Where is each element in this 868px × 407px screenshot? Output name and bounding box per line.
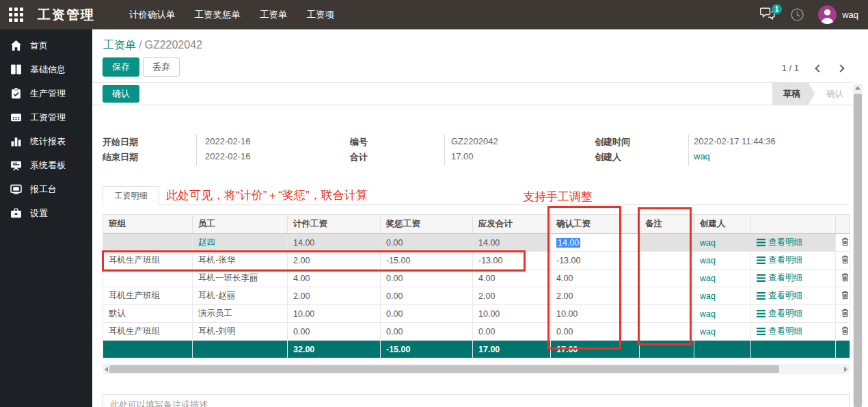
cell-remark[interactable]	[640, 270, 694, 287]
sidebar-item-dashboard[interactable]: 系统看板	[0, 153, 92, 177]
col-reward-wage[interactable]: 奖惩工资	[381, 215, 473, 234]
col-remark[interactable]: 备注	[640, 215, 694, 234]
col-employee[interactable]: 员工	[193, 215, 288, 234]
cell-piece[interactable]: 10.00	[288, 305, 381, 323]
vertical-scrollbar-thumb[interactable]	[854, 94, 862, 407]
discard-button[interactable]: 丢弃	[143, 57, 180, 77]
cell-reward[interactable]: -15.00	[381, 252, 473, 270]
cell-piece[interactable]: 0.00	[288, 323, 381, 341]
sidebar-item-salary[interactable]: 工资管理	[0, 105, 92, 129]
cell-confirmed[interactable]: 10.00	[551, 305, 640, 323]
activity-clock-icon[interactable]	[790, 8, 804, 22]
cell-employee[interactable]: 耳机-刘明	[193, 323, 288, 341]
col-creator[interactable]: 创建人	[694, 215, 751, 234]
cell-reward[interactable]: 0.00	[381, 270, 473, 287]
cell-reward[interactable]: 0.00	[381, 323, 473, 341]
cell-creator[interactable]: waq	[694, 234, 751, 252]
menu-reward-punishment[interactable]: 工资奖惩单	[195, 9, 241, 21]
cell-piece[interactable]: 2.00	[288, 287, 381, 305]
view-detail-link[interactable]: 查看明细	[751, 305, 836, 323]
delete-row-button[interactable]	[836, 234, 850, 252]
cell-team[interactable]	[103, 234, 193, 252]
vertical-scrollbar[interactable]	[853, 84, 863, 407]
chevron-left-icon[interactable]	[815, 64, 822, 72]
cell-piece[interactable]: 14.00	[288, 234, 381, 252]
cell-team[interactable]: 默认	[103, 305, 193, 323]
apps-grid-icon[interactable]	[9, 8, 23, 22]
view-detail-link[interactable]: 查看明细	[751, 323, 836, 341]
chevron-right-icon[interactable]	[837, 64, 844, 72]
cell-remark[interactable]	[640, 234, 694, 252]
cell-confirmed[interactable]: 4.00	[551, 270, 640, 287]
messages-button[interactable]: 1	[760, 8, 776, 23]
delete-row-button[interactable]	[836, 323, 850, 341]
cell-employee[interactable]: 耳机-张华	[193, 252, 288, 270]
view-detail-link[interactable]: 查看明细	[751, 252, 836, 270]
user-avatar[interactable]	[818, 5, 837, 24]
menu-salary-slip[interactable]: 工资单	[260, 9, 288, 21]
scroll-up-arrow-icon[interactable]	[855, 86, 860, 90]
scroll-right-arrow-icon[interactable]	[844, 367, 847, 372]
cell-gross[interactable]: 0.00	[473, 323, 551, 341]
delete-row-button[interactable]	[836, 252, 850, 270]
col-gross-total[interactable]: 应发合计	[473, 215, 551, 234]
cell-gross[interactable]: -13.00	[473, 252, 551, 270]
cell-confirmed[interactable]: 2.00	[551, 287, 640, 305]
horizontal-scrollbar[interactable]	[103, 364, 850, 374]
notes-textarea[interactable]	[109, 397, 843, 407]
cell-gross[interactable]: 10.00	[473, 305, 551, 323]
cell-employee-link[interactable]: 赵四	[193, 234, 288, 252]
sidebar-item-work-terminal[interactable]: 报工台	[0, 177, 92, 201]
delete-row-button[interactable]	[836, 270, 850, 287]
menu-salary-item[interactable]: 工资项	[307, 9, 335, 21]
pager-value[interactable]: 1 / 1	[782, 63, 799, 73]
cell-gross[interactable]: 2.00	[473, 287, 551, 305]
cell-creator[interactable]: waq	[694, 287, 751, 305]
cell-confirmed[interactable]: 0.00	[551, 323, 640, 341]
start-date-field[interactable]: 2022-02-16	[205, 136, 251, 146]
cell-creator[interactable]: waq	[694, 270, 751, 287]
menu-pricing-confirmation[interactable]: 计价确认单	[129, 9, 176, 21]
col-confirmed-wage[interactable]: 确认工资	[551, 215, 640, 234]
view-detail-link[interactable]: 查看明细	[751, 234, 836, 252]
breadcrumb-parent-link[interactable]: 工资单	[103, 39, 136, 51]
delete-row-button[interactable]	[836, 287, 850, 305]
cell-employee[interactable]: 耳机-赵丽	[193, 287, 288, 305]
cell-reward[interactable]: 0.00	[381, 287, 473, 305]
confirm-button[interactable]: 确认	[103, 85, 139, 103]
view-detail-link[interactable]: 查看明细	[751, 287, 836, 305]
creator-link[interactable]: waq	[694, 151, 710, 161]
cell-reward[interactable]: 0.00	[381, 234, 473, 252]
cell-piece[interactable]: 4.00	[288, 270, 381, 287]
cell-reward[interactable]: 0.00	[381, 305, 473, 323]
cell-creator[interactable]: waq	[694, 252, 751, 270]
view-detail-link[interactable]: 查看明细	[751, 270, 836, 287]
cell-employee[interactable]: 演示员工	[193, 305, 288, 323]
app-title[interactable]: 工资管理	[38, 6, 95, 24]
cell-team[interactable]: 耳机生产班组	[103, 252, 193, 270]
col-piece-wage[interactable]: 计件工资	[288, 215, 381, 234]
cell-employee[interactable]: 耳机一班长李丽	[193, 270, 288, 287]
sidebar-item-production[interactable]: 生产管理	[0, 81, 92, 105]
cell-confirmed[interactable]: -13.00	[551, 252, 640, 270]
sidebar-item-settings[interactable]: 设置	[0, 201, 92, 225]
stage-confirmed[interactable]: 确认	[826, 88, 843, 100]
delete-row-button[interactable]	[836, 305, 850, 323]
sidebar-item-stats[interactable]: 统计报表	[0, 129, 92, 153]
horizontal-scrollbar-thumb[interactable]	[109, 365, 779, 373]
cell-team[interactable]: 耳机生产班组	[103, 323, 193, 341]
scroll-left-arrow-icon[interactable]	[105, 367, 108, 372]
cell-gross[interactable]: 4.00	[473, 270, 551, 287]
cell-team[interactable]	[103, 270, 193, 287]
cell-gross[interactable]: 14.00	[473, 234, 551, 252]
cell-remark[interactable]	[640, 287, 694, 305]
cell-remark[interactable]	[640, 252, 694, 270]
save-button[interactable]: 保存	[103, 57, 139, 77]
cell-remark[interactable]	[640, 323, 694, 341]
cell-team[interactable]: 耳机生产班组	[103, 287, 193, 305]
sidebar-item-home[interactable]: 首页	[0, 34, 92, 57]
end-date-field[interactable]: 2022-02-16	[205, 151, 251, 161]
tab-salary-detail[interactable]: 工资明细	[103, 186, 159, 205]
cell-creator[interactable]: waq	[694, 305, 751, 323]
confirmed-wage-input[interactable]: 14.00	[551, 234, 640, 252]
